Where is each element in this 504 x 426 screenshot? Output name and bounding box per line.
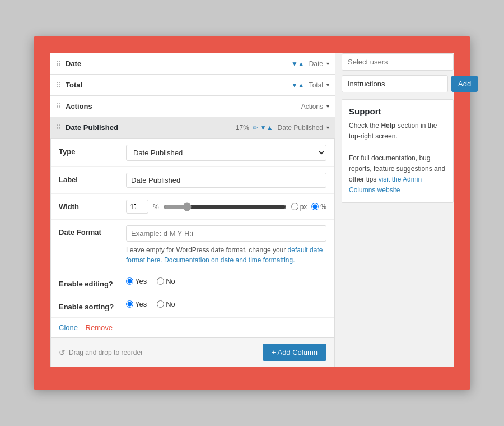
enable-sorting-control: Yes No <box>126 300 326 308</box>
col-name-total: Total <box>66 81 291 89</box>
pencil-icon: ✏ <box>253 124 258 132</box>
col-name-date-published: Date Published <box>66 123 236 132</box>
column-row-total[interactable]: ⠿ Total ▼▲ Total ▾ <box>50 75 335 96</box>
sorting-no-radio[interactable] <box>157 300 164 308</box>
col-type-actions: Actions <box>301 103 323 110</box>
date-docs-link[interactable]: Documentation on date and time formattin… <box>164 256 295 264</box>
remove-link[interactable]: Remove <box>86 323 113 332</box>
add-button[interactable]: Add <box>451 76 478 92</box>
add-column-button[interactable]: + Add Column <box>263 344 326 361</box>
px-radio-label: px <box>291 203 307 211</box>
right-panel: Add Support Check the Help section in th… <box>342 53 454 367</box>
support-box: Support Check the Help section in the to… <box>342 99 454 203</box>
col-type-total: Total <box>309 81 323 89</box>
enable-editing-row: Enable editing? Yes No <box>51 271 334 294</box>
support-text: Check the Help section in the top-right … <box>349 121 446 196</box>
col-dropdown-date-published[interactable]: ▾ <box>326 124 329 131</box>
width-row: Width % px % <box>51 194 334 220</box>
date-format-label: Date Format <box>59 225 126 237</box>
inner-wrapper: ⠿ Date ▼▲ Date ▾ ⠿ Total ▼▲ Total ▾ ⠿ Ac… <box>50 53 454 367</box>
date-format-input[interactable] <box>126 225 326 242</box>
col-dropdown-actions[interactable]: ▾ <box>326 103 329 109</box>
col-type-date: Date <box>309 60 323 68</box>
type-label: Type <box>59 145 126 156</box>
percent-radio[interactable] <box>311 203 319 210</box>
col-dropdown-date[interactable]: ▾ <box>326 61 329 67</box>
col-dropdown-total[interactable]: ▾ <box>326 82 329 88</box>
drag-handle-actions: ⠿ <box>56 103 61 110</box>
col-name-actions: Actions <box>66 102 301 110</box>
left-panel: ⠿ Date ▼▲ Date ▾ ⠿ Total ▼▲ Total ▾ ⠿ Ac… <box>50 53 335 367</box>
type-control: Date Published <box>126 145 326 161</box>
drag-handle-date-published: ⠿ <box>56 124 61 132</box>
drag-handle-date: ⠿ <box>56 60 61 68</box>
width-control: % px % <box>126 200 326 214</box>
width-number-input[interactable] <box>126 200 148 214</box>
width-label: Width <box>59 200 126 211</box>
enable-sorting-row: Enable sorting? Yes No <box>51 294 334 317</box>
help-strong: Help <box>381 122 395 129</box>
label-control <box>126 173 326 188</box>
drag-handle-total: ⠿ <box>56 81 61 89</box>
editing-yes-label: Yes <box>126 277 147 285</box>
drag-icon: ↺ <box>59 348 66 357</box>
outer-wrapper: ⠿ Date ▼▲ Date ▾ ⠿ Total ▼▲ Total ▾ ⠿ Ac… <box>34 36 470 390</box>
select-users-input[interactable] <box>342 53 454 71</box>
support-title: Support <box>349 106 446 116</box>
clone-link[interactable]: Clone <box>59 323 78 332</box>
width-percent-symbol: % <box>153 203 159 211</box>
enable-editing-control: Yes No <box>126 277 326 285</box>
col-name-date: Date <box>66 59 291 68</box>
instructions-input[interactable] <box>342 75 448 92</box>
sorting-yes-label: Yes <box>126 300 147 308</box>
enable-sorting-label: Enable sorting? <box>59 300 126 311</box>
date-format-row: Date Format Leave empty for WordPress da… <box>51 220 334 271</box>
column-row-date-published[interactable]: ⠿ Date Published 17% ✏▼▲ Date Published … <box>50 117 335 138</box>
col-sort-arrows-total: ▼▲ <box>291 81 305 89</box>
px-radio[interactable] <box>291 203 298 210</box>
date-format-control: Leave empty for WordPress date format, c… <box>126 225 326 265</box>
editing-no-label: No <box>157 277 175 285</box>
col-percent-date-published: 17% <box>236 124 249 132</box>
settings-panel: Type Date Published Label Width <box>50 138 335 338</box>
label-input[interactable] <box>126 173 326 188</box>
type-row: Type Date Published <box>51 139 334 167</box>
instructions-row: Add <box>342 75 454 92</box>
editing-yes-radio[interactable] <box>126 277 133 285</box>
column-row-date[interactable]: ⠿ Date ▼▲ Date ▾ <box>50 53 335 75</box>
col-sort-arrows-date-published: ✏▼▲ <box>253 124 273 132</box>
sorting-yes-radio[interactable] <box>126 300 133 308</box>
bottom-bar: ↺ Drag and drop to reorder + Add Column <box>50 338 335 367</box>
drag-label: ↺ Drag and drop to reorder <box>59 348 143 357</box>
label-label: Label <box>59 173 126 184</box>
col-sort-arrows-date: ▼▲ <box>291 60 305 68</box>
label-row: Label <box>51 167 334 194</box>
date-format-hint: Leave empty for WordPress date format, c… <box>126 245 326 265</box>
enable-editing-label: Enable editing? <box>59 277 126 288</box>
percent-radio-label: % <box>311 203 326 211</box>
column-row-actions[interactable]: ⠿ Actions Actions ▾ <box>50 96 335 117</box>
width-slider[interactable] <box>164 202 287 211</box>
action-links: Clone Remove <box>51 317 334 337</box>
editing-no-radio[interactable] <box>157 277 164 285</box>
col-type-date-published: Date Published <box>278 124 323 132</box>
sorting-no-label: No <box>157 300 175 308</box>
type-select[interactable]: Date Published <box>126 145 326 161</box>
